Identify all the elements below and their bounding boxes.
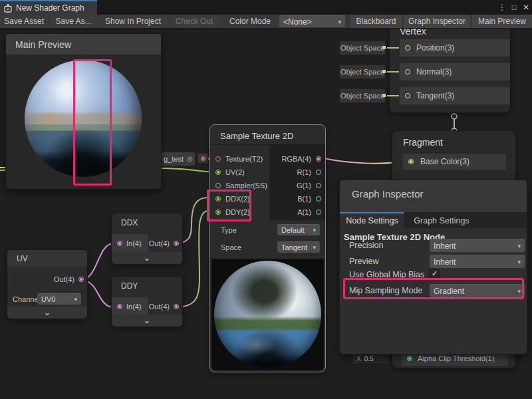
tangent-port-label: Tangent(3) xyxy=(416,91,454,100)
color-mode-value: <None> xyxy=(283,17,312,27)
window-close-icon[interactable]: ✕ xyxy=(521,1,531,13)
ddy-collapse-button[interactable]: ⌄ xyxy=(112,315,182,327)
tab-graph-settings[interactable]: Graph Settings xyxy=(404,212,479,228)
target-icon: ◎ xyxy=(187,156,193,162)
uv-collapse-button[interactable]: ⌄ xyxy=(7,307,87,319)
texture-property-node[interactable]: g_test ◎ xyxy=(158,152,196,166)
texture-input-row[interactable]: Texture(T2) xyxy=(210,152,263,166)
tangent-port[interactable] xyxy=(405,93,410,98)
ddx-node[interactable]: DDX In(4) Out(4) ⌄ xyxy=(111,213,183,265)
uv-node-title[interactable]: UV xyxy=(7,250,87,267)
ddy-out-cell[interactable]: Out(4) xyxy=(149,297,179,316)
rgba-output-label: RGBA(4) xyxy=(281,155,311,163)
vertex-row-tangent[interactable]: Object Space Tangent(3) xyxy=(400,87,510,104)
r-output-port[interactable] xyxy=(316,170,321,175)
chevron-down-icon: ⌄ xyxy=(144,255,151,261)
a-output-row[interactable]: A(1) xyxy=(297,205,321,219)
precision-value: Inherit xyxy=(434,241,456,251)
tab-node-settings[interactable]: Node Settings xyxy=(340,212,404,228)
b-output-row[interactable]: B(1) xyxy=(297,192,321,205)
dropdown-arrow-icon: ▾ xyxy=(313,244,316,251)
texture-input-label: Texture(T2) xyxy=(225,155,263,163)
uv-channel-label: Channel xyxy=(13,295,38,303)
a-output-port[interactable] xyxy=(316,209,321,215)
chevron-down-icon: ⌄ xyxy=(144,318,151,323)
rgba-output-port[interactable] xyxy=(316,156,321,162)
ddy-in-port[interactable] xyxy=(117,304,122,309)
show-in-project-button[interactable]: Show In Project xyxy=(99,15,167,28)
blackboard-toggle-button[interactable]: Blackboard xyxy=(350,15,402,28)
color-mode-dropdown[interactable]: <None> ▾ xyxy=(279,15,345,27)
ddy-in-cell[interactable]: In(4) xyxy=(112,297,148,316)
type-dropdown[interactable]: Default ▾ xyxy=(277,224,320,235)
main-preview-toggle-button[interactable]: Main Preview xyxy=(472,15,532,28)
texture-property-port[interactable] xyxy=(201,156,205,161)
graph-inspector-title[interactable]: Graph Inspector xyxy=(340,180,527,212)
texture-input-port[interactable] xyxy=(215,156,221,162)
save-as-button[interactable]: Save As... xyxy=(50,15,97,28)
normal-port[interactable] xyxy=(405,69,410,74)
uv-input-label: UV(2) xyxy=(225,168,245,176)
space-value: Tangent xyxy=(281,243,307,251)
uv-out-cell[interactable]: Out(4) xyxy=(54,270,84,289)
ddy-node[interactable]: DDY In(4) Out(4) ⌄ xyxy=(111,276,183,327)
ddy-in-label: In(4) xyxy=(126,303,142,311)
sampler-input-port[interactable] xyxy=(215,183,221,188)
space-connector-dot xyxy=(382,94,386,97)
g-output-port[interactable] xyxy=(316,183,321,188)
window-maximize-icon[interactable]: □ xyxy=(509,1,519,13)
precision-dropdown[interactable]: Inherit ▾ xyxy=(430,239,525,252)
sample-texture-2d-node[interactable]: Sample Texture 2D Texture(T2) UV(2) Samp… xyxy=(209,124,326,372)
r-output-label: R(1) xyxy=(297,168,311,176)
object-space-badge[interactable]: Object Space xyxy=(339,65,386,79)
uv-channel-dropdown[interactable]: UV0 ▾ xyxy=(37,293,81,305)
ddx-out-port[interactable] xyxy=(174,241,179,246)
tab-bar: New Shader Graph ⋮ □ ✕ xyxy=(0,0,532,15)
ddx-in-port[interactable] xyxy=(117,241,122,246)
precision-label: Precision xyxy=(349,239,383,252)
object-space-badge[interactable]: Object Space xyxy=(339,41,386,55)
vertex-row-position[interactable]: Object Space Position(3) xyxy=(400,39,510,57)
alpha-clip-port[interactable] xyxy=(407,356,412,361)
dropdown-arrow-icon: ▾ xyxy=(338,19,341,25)
space-connector-line xyxy=(387,47,399,49)
base-color-port[interactable] xyxy=(408,159,414,164)
g-output-row[interactable]: G(1) xyxy=(297,179,321,192)
main-preview-title[interactable]: Main Preview xyxy=(6,34,161,55)
window-menu-icon[interactable]: ⋮ xyxy=(497,1,507,13)
texture-property-output-chip[interactable] xyxy=(198,153,208,164)
position-port[interactable] xyxy=(405,45,410,51)
preview-dropdown[interactable]: Inherit ▾ xyxy=(430,255,525,268)
mip-bias-checkbox[interactable]: ✓ xyxy=(430,269,440,279)
shader-graph-window: Vertex Object Space Position(3) Object S… xyxy=(0,0,532,399)
link-handle-top[interactable] xyxy=(452,114,457,119)
space-dropdown[interactable]: Tangent ▾ xyxy=(277,241,320,253)
rgba-output-row[interactable]: RGBA(4) xyxy=(281,152,321,166)
dropdown-arrow-icon: ▾ xyxy=(517,259,521,265)
ddx-collapse-button[interactable]: ⌄ xyxy=(112,252,182,264)
save-asset-button[interactable]: Save Asset xyxy=(0,15,48,28)
ddx-in-cell[interactable]: In(4) xyxy=(112,234,148,253)
b-output-port[interactable] xyxy=(316,196,321,201)
document-tab[interactable]: New Shader Graph xyxy=(0,0,97,15)
vertex-node[interactable]: Vertex Object Space Position(3) Object S… xyxy=(389,20,511,113)
base-color-row[interactable]: Base Color(3) xyxy=(403,154,506,170)
ddx-node-title: DDX xyxy=(121,218,138,227)
ddy-out-port[interactable] xyxy=(174,304,179,309)
space-connector-dot xyxy=(382,46,386,49)
base-color-label: Base Color(3) xyxy=(420,157,469,166)
sampler-input-label: Sampler(SS) xyxy=(225,182,267,190)
object-space-badge[interactable]: Object Space xyxy=(339,88,386,103)
vertex-row-normal[interactable]: Object Space Normal(3) xyxy=(400,63,510,80)
alpha-clip-value: 0.5 xyxy=(364,355,374,362)
graph-inspector-panel[interactable]: Graph Inspector Node Settings Graph Sett… xyxy=(339,180,527,354)
uv-input-port[interactable] xyxy=(215,170,221,175)
uv-node[interactable]: UV Out(4) Channel UV0 ▾ ⌄ xyxy=(7,249,88,319)
uv-input-row[interactable]: UV(2) xyxy=(210,166,245,179)
uv-channel-value: UV0 xyxy=(41,295,55,303)
a-output-label: A(1) xyxy=(297,208,311,216)
uv-out-port[interactable] xyxy=(78,277,84,282)
ddx-out-cell[interactable]: Out(4) xyxy=(149,234,179,253)
r-output-row[interactable]: R(1) xyxy=(297,166,321,179)
graph-inspector-toggle-button[interactable]: Graph Inspector xyxy=(404,15,470,28)
